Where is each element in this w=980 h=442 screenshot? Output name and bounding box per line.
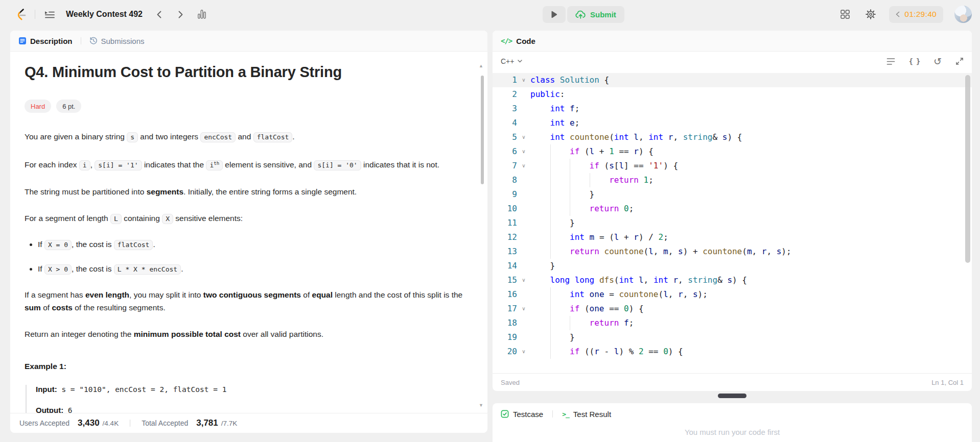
code-line[interactable]: 16 int one = countone(l, r, s); bbox=[493, 287, 972, 302]
problem-list-icon[interactable] bbox=[42, 7, 57, 21]
code-line[interactable]: 6∨ if (l + 1 == r) { bbox=[493, 144, 972, 159]
line-number: 15 bbox=[493, 273, 517, 287]
code-line[interactable]: 19 } bbox=[493, 330, 972, 345]
scroll-down-icon[interactable]: ▼ bbox=[479, 403, 483, 408]
fold-chevron-icon bbox=[517, 230, 530, 244]
description-paragraph: You are given a binary string s and two … bbox=[25, 130, 465, 143]
line-number: 6 bbox=[493, 144, 517, 159]
reset-code-icon[interactable]: ↺ bbox=[934, 57, 942, 66]
submit-button-label: Submit bbox=[590, 10, 616, 19]
line-number: 7 bbox=[493, 159, 517, 173]
fold-chevron-icon[interactable]: ∨ bbox=[517, 159, 530, 173]
language-selector[interactable]: C++ bbox=[501, 57, 522, 65]
description-blocks: You are given a binary string s and two … bbox=[25, 130, 465, 413]
settings-gear-icon[interactable] bbox=[864, 7, 878, 21]
tab-submissions[interactable]: Submissions bbox=[89, 37, 145, 45]
code-line[interactable]: 3 int f; bbox=[493, 102, 972, 116]
description-paragraph: For a segment of length L containing X s… bbox=[25, 212, 465, 225]
indent-guide bbox=[550, 144, 551, 159]
scroll-up-icon[interactable]: ▲ bbox=[479, 64, 483, 68]
code-line[interactable]: 1∨class Solution { bbox=[493, 73, 972, 87]
editor-scrollbar[interactable] bbox=[965, 75, 970, 263]
ranking-chart-icon[interactable] bbox=[195, 7, 209, 21]
run-button[interactable] bbox=[543, 6, 566, 23]
code-panel-title: Code bbox=[516, 37, 535, 45]
tab-testcase[interactable]: Testcase bbox=[501, 410, 543, 419]
code-line[interactable]: 2public: bbox=[493, 87, 972, 102]
description-scrollbar[interactable] bbox=[481, 76, 484, 184]
code-text: if (l + 1 == r) { bbox=[530, 144, 972, 159]
code-text: return 0; bbox=[530, 202, 972, 216]
fold-chevron-icon[interactable]: ∨ bbox=[517, 345, 530, 359]
chevron-right-icon[interactable] bbox=[173, 7, 188, 21]
code-line[interactable]: 5∨ int countone(int l, int r, string& s)… bbox=[493, 130, 972, 144]
code-text: } bbox=[530, 187, 972, 202]
divider bbox=[130, 420, 130, 427]
divider bbox=[81, 37, 81, 44]
code-text: } bbox=[530, 216, 972, 230]
fold-chevron-icon bbox=[517, 330, 530, 345]
fold-chevron-icon[interactable]: ∨ bbox=[517, 273, 530, 287]
code-toolbar: C++ { } ↺ bbox=[493, 52, 972, 71]
fold-chevron-icon bbox=[517, 102, 530, 116]
contest-timer[interactable]: 01:29:40 bbox=[889, 6, 943, 23]
code-line[interactable]: 15∨ long long dfs(int l, int r, string& … bbox=[493, 273, 972, 287]
user-avatar[interactable] bbox=[954, 6, 972, 23]
cursor-position: Ln 1, Col 1 bbox=[931, 379, 964, 386]
expand-icon[interactable] bbox=[955, 57, 964, 65]
difficulty-badge[interactable]: Hard bbox=[25, 100, 51, 113]
code-line[interactable]: 11 } bbox=[493, 216, 972, 230]
example-block: Input: s = "1010", encCost = 2, flatCost… bbox=[26, 385, 465, 413]
chevron-left-icon[interactable] bbox=[152, 7, 166, 21]
code-line[interactable]: 18 return f; bbox=[493, 316, 972, 330]
line-number: 3 bbox=[493, 102, 517, 116]
code-text: } bbox=[530, 259, 972, 273]
fold-chevron-icon[interactable]: ∨ bbox=[517, 144, 530, 159]
description-panel-header: Description Submissions bbox=[10, 31, 487, 52]
indent-guide bbox=[550, 173, 551, 187]
fold-chevron-icon[interactable]: ∨ bbox=[517, 302, 530, 316]
code-line[interactable]: 4 int e; bbox=[493, 116, 972, 130]
leetcode-logo[interactable] bbox=[13, 7, 28, 21]
code-editor[interactable]: 1∨class Solution {2public:3 int f;4 int … bbox=[493, 71, 972, 373]
code-line[interactable]: 12 int m = (l + r) / 2; bbox=[493, 230, 972, 244]
total-accepted-total: /7.7K bbox=[221, 420, 238, 427]
indent-guide bbox=[590, 173, 590, 187]
code-line[interactable]: 13 return countone(l, m, s) + countone(m… bbox=[493, 244, 972, 259]
code-line[interactable]: 10 return 0; bbox=[493, 202, 972, 216]
code-line[interactable]: 14 } bbox=[493, 259, 972, 273]
fold-chevron-icon bbox=[517, 202, 530, 216]
layout-switcher-icon[interactable] bbox=[838, 7, 852, 21]
cloud-upload-icon bbox=[575, 10, 586, 19]
tab-test-result[interactable]: >_ Test Result bbox=[562, 410, 611, 419]
panel-resize-handle[interactable] bbox=[718, 394, 746, 398]
code-line[interactable]: 20∨ if ((r - l) % 2 == 0) { bbox=[493, 345, 972, 359]
code-text: return countone(l, m, s) + countone(m, r… bbox=[530, 244, 972, 259]
contest-title[interactable]: Weekly Contest 492 bbox=[66, 10, 143, 19]
braces-icon[interactable]: { } bbox=[909, 57, 920, 65]
description-paragraph: Return an integer denoting the minimum p… bbox=[25, 328, 465, 340]
line-number: 14 bbox=[493, 259, 517, 273]
submit-button[interactable]: Submit bbox=[567, 6, 624, 23]
line-number: 12 bbox=[493, 230, 517, 244]
code-line[interactable]: 7∨ if (s[l] == '1') { bbox=[493, 159, 972, 173]
code-line[interactable]: 8 return 1; bbox=[493, 173, 972, 187]
code-panel-header: </> Code bbox=[493, 31, 972, 52]
users-accepted-value: 3,430 bbox=[78, 418, 100, 428]
line-number: 18 bbox=[493, 316, 517, 330]
top-navigation-bar: Weekly Contest 492 bbox=[0, 0, 980, 29]
fold-chevron-icon[interactable]: ∨ bbox=[517, 73, 530, 87]
editor-status-bar: Saved Ln 1, Col 1 bbox=[493, 373, 972, 391]
code-line[interactable]: 9 } bbox=[493, 187, 972, 202]
example-heading: Example 1: bbox=[25, 360, 465, 373]
code-text: return 1; bbox=[530, 173, 972, 187]
format-code-icon[interactable] bbox=[886, 58, 895, 65]
tab-description[interactable]: Description bbox=[18, 37, 73, 45]
timer-value: 01:29:40 bbox=[904, 10, 937, 19]
badge-row: Hard 6 pt. bbox=[25, 100, 465, 113]
indent-guide bbox=[570, 187, 570, 202]
fold-chevron-icon[interactable]: ∨ bbox=[517, 130, 530, 144]
code-line[interactable]: 17∨ if (one == 0) { bbox=[493, 302, 972, 316]
fold-chevron-icon bbox=[517, 244, 530, 259]
line-number: 10 bbox=[493, 202, 517, 216]
